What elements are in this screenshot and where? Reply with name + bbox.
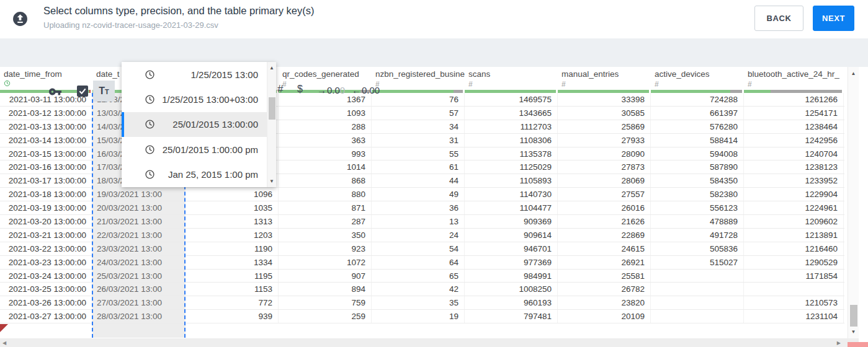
back-button[interactable]: BACK [754, 6, 803, 31]
column-type-label: # [562, 80, 651, 88]
number-type-icon[interactable]: # [277, 83, 283, 95]
table-cell: 1213891 [744, 229, 844, 242]
table-cell: 1334 [186, 256, 279, 269]
table-cell: 26/03/2021 13:00 [92, 283, 186, 296]
table-cell: 1233952 [744, 174, 844, 187]
vertical-scrollbar-thumb[interactable] [850, 305, 857, 327]
table-cell: 23820 [558, 296, 651, 309]
table-row: 2021-03-25 13:00:0026/03/2021 13:0011538… [0, 283, 844, 296]
dropdown-item[interactable]: Jan 25, 2015 1:00 pm [122, 162, 267, 187]
table-cell: 1008250 [465, 283, 558, 296]
column-type-label: # [748, 80, 844, 88]
table-cell: 977369 [465, 256, 558, 269]
text-type-label: T [99, 86, 105, 96]
table-cell: 21/03/2021 13:00 [92, 215, 186, 228]
table-cell: 1203 [186, 229, 279, 242]
horizontal-scrollbar[interactable]: ◀ ▶ [0, 338, 844, 347]
table-cell: 1014 [279, 160, 372, 174]
column-header-nzbn_registered_busine[interactable]: nzbn_registered_busine# [372, 67, 465, 90]
scroll-up-icon[interactable]: ▲ [848, 71, 859, 76]
column-header-scans[interactable]: scans# [465, 67, 558, 90]
table-cell: 1072 [279, 256, 372, 269]
table-row: 2021-03-20 13:00:0021/03/2021 13:0013132… [0, 215, 844, 229]
table-cell: 1343665 [465, 107, 558, 120]
table-cell: 1096 [186, 188, 279, 201]
table-cell: 759 [279, 296, 372, 309]
table-cell: 287 [279, 215, 372, 228]
table-cell: 35 [372, 296, 465, 309]
table-cell: 1229904 [744, 188, 844, 201]
dropdown-item[interactable]: 25/01/2015 1:00:00 pm [122, 137, 267, 162]
vertical-scrollbar[interactable]: ▲ ▼ [848, 67, 859, 338]
scroll-down-icon[interactable]: ▼ [848, 329, 859, 335]
currency-type-icon[interactable]: $ [297, 84, 303, 95]
table-cell: 797481 [465, 310, 558, 323]
table-cell: 1125029 [465, 160, 558, 174]
not-null-checkbox[interactable] [77, 86, 88, 97]
clock-icon [145, 119, 155, 130]
dropdown-item[interactable]: 1/25/2015 13:00 [122, 62, 267, 87]
upload-icon [12, 11, 28, 27]
table-cell: 2021-03-16 13:00:00 [0, 160, 92, 174]
scroll-right-icon[interactable]: ▶ [837, 340, 841, 346]
dropdown-scrollbar[interactable]: ▲ ▼ [267, 62, 276, 187]
table-cell: 44 [372, 174, 465, 187]
table-cell: 2021-03-21 13:00:00 [0, 229, 92, 242]
table-cell: 33398 [558, 93, 651, 106]
datetime-format-list: 1/25/2015 13:001/25/2015 13:00+03:0025/0… [122, 62, 267, 187]
table-cell [744, 283, 844, 296]
selected-column-extension [92, 323, 186, 338]
scroll-indicator-pink [848, 342, 868, 347]
table-cell: 582380 [651, 188, 744, 201]
table-cell: 350 [279, 229, 372, 242]
table-cell: 64 [372, 256, 465, 269]
table-cell: 57 [372, 107, 465, 120]
dropdown-item[interactable]: 25/01/2015 13:00:00 [122, 112, 267, 137]
table-cell: 42 [372, 283, 465, 296]
column-name: active_devices [655, 69, 744, 79]
column-header-manual_entries[interactable]: manual_entries# [558, 67, 651, 90]
table-cell: 576280 [651, 120, 744, 133]
scroll-left-icon[interactable]: ◀ [2, 340, 6, 346]
text-type-button[interactable]: TT [93, 81, 115, 102]
clock-icon [145, 69, 155, 80]
primary-key-icon[interactable] [48, 85, 62, 97]
header: Select columns type, precision, and the … [0, 0, 868, 38]
scroll-down-icon[interactable]: ▼ [267, 178, 276, 184]
table-cell: 36 [372, 201, 465, 214]
dropdown-item-label: 1/25/2015 13:00+03:00 [162, 94, 258, 105]
table-row: 2021-03-27 13:00:0028/03/2021 13:0093925… [0, 310, 844, 323]
scroll-up-icon[interactable]: ▲ [267, 65, 276, 71]
table-cell: 2021-03-20 13:00:00 [0, 215, 92, 228]
table-cell: 491728 [651, 229, 744, 242]
column-type-label: # [655, 80, 744, 88]
table-cell: 1153 [186, 283, 279, 296]
column-name: manual_entries [562, 69, 651, 79]
dropdown-item[interactable]: 1/25/2015 13:00+03:00 [122, 87, 267, 112]
page-title: Select columns type, precision, and the … [43, 5, 315, 17]
increase-precision-icon[interactable]: →0.00 [317, 85, 345, 95]
table-cell: 1190 [186, 242, 279, 255]
table-cell: 31 [372, 134, 465, 147]
decrease-precision-icon[interactable]: ←0.00 [352, 85, 380, 95]
next-button[interactable]: NEXT [813, 6, 854, 31]
table-cell: 661397 [651, 107, 744, 120]
datetime-format-dropdown: 1/25/2015 13:001/25/2015 13:00+03:0025/0… [122, 62, 276, 187]
table-cell: 2021-03-23 13:00:00 [0, 256, 92, 269]
table-cell: 724288 [651, 93, 744, 106]
table-cell: 939 [186, 310, 279, 323]
column-header-bluetooth_active_24_hr_[interactable]: bluetooth_active_24_hr_# [744, 67, 844, 90]
column-header-active_devices[interactable]: active_devices# [651, 67, 744, 90]
table-cell: 1108306 [465, 134, 558, 147]
table-cell: 594008 [651, 147, 744, 160]
dropdown-scrollbar-thumb[interactable] [269, 97, 275, 120]
dropdown-item-label: 25/01/2015 1:00:00 pm [163, 144, 258, 155]
table-cell: 1195 [186, 270, 279, 283]
table-cell: 1224961 [744, 201, 844, 214]
table-cell: 2021-03-12 13:00:00 [0, 107, 92, 120]
table-cell: 24/03/2021 13:00 [92, 256, 186, 269]
table-cell: 1093 [279, 107, 372, 120]
csv-import-window: Select columns type, precision, and the … [0, 0, 868, 347]
table-cell: 23/03/2021 13:00 [92, 242, 186, 255]
table-cell [651, 296, 744, 309]
